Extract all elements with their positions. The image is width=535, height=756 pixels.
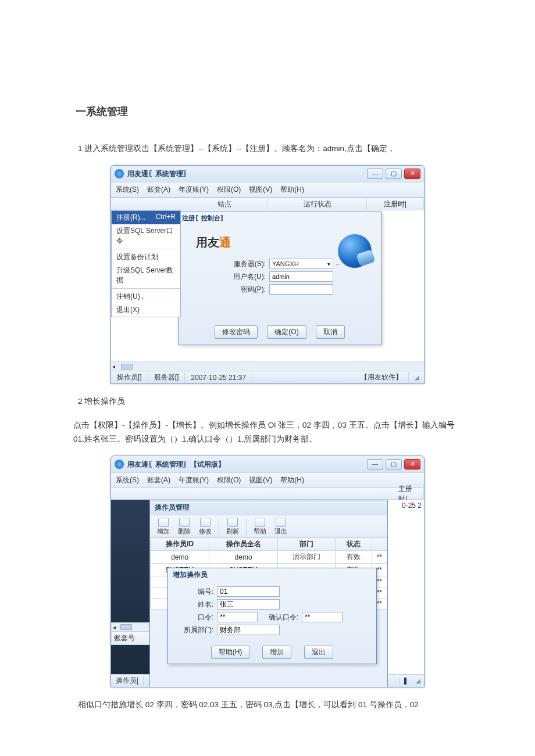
menu-permission[interactable]: 权限(O)	[217, 185, 241, 195]
system-menu-dropdown: 注册(R)... Ctrl+R 设置SQL Server口令 设置备份计划 升级…	[111, 210, 181, 317]
paragraph-4: 相似口勺措施增长 02 李四，密码 02,03 王五，密码 03,点击【增长，可…	[78, 698, 459, 712]
x-icon	[179, 518, 190, 527]
help-icon	[255, 518, 265, 527]
user-input[interactable]	[269, 271, 333, 282]
add-operator-modal: 增加操作员 编号: 姓名: 口令: 确认口令: 所属部门: 帮助(H)	[167, 568, 377, 664]
dialog-title: 注册〖控制台〗	[179, 212, 381, 224]
th-name: 操作员全名	[209, 538, 278, 551]
menu-view[interactable]: 视图(V)	[249, 475, 272, 485]
maximize-button[interactable]: ▢	[386, 459, 402, 470]
menubar-2: 系统(S) 账套(A) 年度账(Y) 权限(O) 视图(V) 帮助(H)	[111, 472, 424, 488]
lbl-pwd: 口令:	[176, 612, 213, 622]
menu-system[interactable]: 系统(S)	[116, 185, 139, 195]
tb-delete[interactable]: 删除	[174, 518, 194, 535]
operator-panel: 操作员管理 增加 删除 修改 刷新 帮助 退出 操作员ID	[149, 500, 388, 687]
menu-sql-config[interactable]: 设置SQL Server口令	[112, 224, 180, 248]
col-status: 运行状态	[268, 199, 367, 209]
menu-system[interactable]: 系统(S)	[116, 475, 139, 485]
server-browse-button[interactable]: ···	[336, 261, 340, 267]
table-row[interactable]: demodemo演示部门有效**	[151, 551, 387, 564]
close-button[interactable]: ✕	[404, 459, 420, 470]
app-icon	[115, 169, 124, 178]
input-no[interactable]	[217, 586, 280, 597]
tb-exit[interactable]: 退出	[271, 518, 291, 535]
minimize-button[interactable]: —	[367, 459, 383, 470]
paragraph-2: 2 增长操作员	[78, 395, 459, 409]
status-right-mark	[399, 678, 411, 685]
register-dialog: 注册〖控制台〗 用友通 服务器(S): YANGXH ··· 用户名(U):	[178, 212, 381, 345]
input-pwd2[interactable]	[302, 612, 343, 622]
th-id: 操作员ID	[151, 538, 209, 551]
input-dept[interactable]	[217, 625, 280, 635]
doc-heading: 一系统管理	[76, 105, 459, 119]
menu-year[interactable]: 年度账(Y)	[179, 185, 209, 195]
menu-logout[interactable]: 注销(U) .	[112, 290, 180, 303]
pwd-label: 密码(P):	[229, 285, 266, 295]
status-server: 服务器[]	[148, 372, 186, 382]
lbl-no: 编号:	[176, 587, 213, 597]
status-operator-2: 操作员[	[111, 676, 144, 686]
status-brand: 【用友软件】	[355, 372, 409, 382]
modal-help-button[interactable]: 帮助(H)	[211, 646, 250, 659]
minimize-button[interactable]: —	[367, 169, 383, 179]
modal-title: 增加操作员	[168, 568, 376, 582]
exit-icon	[276, 518, 286, 527]
menu-backup-plan[interactable]: 设置备份计划	[112, 250, 180, 264]
toolbar: 增加 删除 修改 刷新 帮助 退出	[150, 515, 387, 538]
plus-icon	[158, 518, 169, 527]
bg-column-header: 主册时|	[111, 488, 424, 500]
tb-refresh[interactable]: 刷新	[223, 518, 242, 535]
col-regtime: 注册时|	[367, 199, 424, 209]
h-scrollbar[interactable]: ◂	[111, 361, 424, 371]
screenshot-1-window: 用友通〖系统管理〗 — ▢ ✕ 系统(S) 账套(A) 年度账(Y) 权限(O)…	[110, 165, 425, 384]
status-operator: 操作员[]	[111, 372, 148, 382]
menu-help[interactable]: 帮助(H)	[280, 185, 304, 195]
server-select[interactable]: YANGXH	[269, 259, 333, 269]
sidebar: ◂ 账套号	[111, 500, 149, 674]
edit-icon	[200, 518, 211, 527]
input-pwd[interactable]	[217, 612, 258, 622]
statusbar: 操作员[] 服务器[] 2007-10-25 21:37 【用友软件】 ◢	[111, 371, 424, 384]
pwd-input[interactable]	[269, 284, 333, 295]
maximize-button[interactable]: ▢	[386, 169, 402, 179]
tb-edit[interactable]: 修改	[195, 518, 215, 535]
menu-account[interactable]: 账套(A)	[147, 185, 170, 195]
close-button[interactable]: ✕	[404, 169, 420, 179]
tb-help[interactable]: 帮助	[250, 518, 270, 535]
user-label: 用户名(U):	[229, 272, 266, 282]
status-time: 2007-10-25 21:37	[185, 374, 252, 382]
modal-exit-button[interactable]: 退出	[304, 646, 333, 659]
brand-graphic-icon	[338, 234, 372, 268]
th-status: 状态	[336, 538, 372, 551]
change-pwd-button[interactable]: 修改密码	[215, 325, 258, 339]
input-name[interactable]	[217, 599, 280, 610]
menu-year[interactable]: 年度账(Y)	[179, 475, 209, 485]
window-title-2: 用友通〖系统管理〗【试用版】	[127, 460, 225, 470]
modal-add-button[interactable]: 增加	[262, 646, 291, 659]
cancel-button[interactable]: 取消	[316, 325, 345, 339]
menu-help[interactable]: 帮助(H)	[280, 475, 304, 485]
paragraph-1: 1 进入系统管理双击【系统管理】--【系统】--【注册】。顾客名为：admin,…	[78, 142, 459, 156]
refresh-icon	[227, 518, 238, 527]
lbl-pwd2: 确认口令:	[258, 612, 298, 622]
titlebar: 用友通〖系统管理〗 — ▢ ✕	[111, 166, 424, 182]
column-header: 站点 运行状态 注册时|	[111, 198, 424, 210]
right-slice-text: 0-25 2	[400, 500, 424, 511]
ok-button[interactable]: 确定(O)	[267, 325, 306, 339]
lbl-name: 姓名:	[176, 600, 213, 610]
resize-grip-icon: ◢	[409, 374, 424, 381]
menu-exit[interactable]: 退出(X)	[112, 303, 180, 317]
col-site: 站点	[181, 199, 268, 209]
menu-register[interactable]: 注册(R)... Ctrl+R	[112, 211, 180, 224]
menu-upgrade-sql[interactable]: 升级SQL Server数据	[112, 264, 180, 287]
menu-account[interactable]: 账套(A)	[147, 475, 170, 485]
titlebar-2: 用友通〖系统管理〗【试用版】 — ▢ ✕	[111, 456, 424, 472]
menu-permission[interactable]: 权限(O)	[217, 475, 241, 485]
menubar: 系统(S) 账套(A) 年度账(Y) 权限(O) 视图(V) 帮助(H)	[111, 182, 424, 198]
lbl-dept: 所属部门:	[176, 625, 213, 635]
window-title: 用友通〖系统管理〗	[127, 169, 190, 179]
panel-title: 操作员管理	[150, 500, 387, 515]
side-acct-header: 账套号	[111, 632, 149, 645]
menu-view[interactable]: 视图(V)	[249, 185, 272, 195]
tb-add[interactable]: 增加	[154, 518, 173, 535]
